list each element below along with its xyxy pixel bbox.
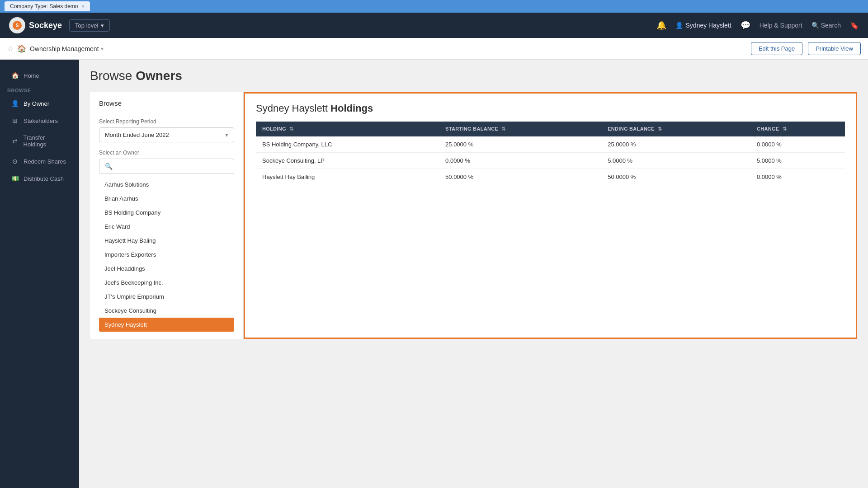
reporting-period-label: Select Reporting Period <box>99 118 234 125</box>
cell-starting-balance: 0.0000 % <box>439 153 601 169</box>
user-icon: 👤 <box>675 22 683 29</box>
breadcrumb-chevron-icon: ▾ <box>101 46 104 52</box>
chevron-down-icon: ▾ <box>101 22 104 29</box>
col-holding[interactable]: HOLDING ⇅ <box>256 122 439 136</box>
cell-starting-balance: 50.0000 % <box>439 169 601 185</box>
favorite-icon[interactable]: ☆ <box>7 44 14 53</box>
search-button[interactable]: 🔍 Search <box>811 22 841 29</box>
sidebar-item-label: Redeem Shares <box>24 158 66 165</box>
holdings-title-bold: Holdings <box>330 103 373 114</box>
sidebar-item-by-owner[interactable]: 👤 By Owner <box>4 95 75 112</box>
content-grid: Browse Select Reporting Period Month End… <box>90 92 857 339</box>
sidebar-item-label: Stakeholders <box>24 117 58 124</box>
tab-close-icon[interactable]: × <box>82 4 85 9</box>
home-icon: 🏠 <box>11 72 19 79</box>
nav-right-actions: Edit this Page Printable View <box>751 42 861 55</box>
col-starting-balance[interactable]: STARTING BALANCE ⇅ <box>439 122 601 136</box>
list-item[interactable]: Aarhus Solutions <box>99 178 234 192</box>
notification-icon[interactable]: 🔔 <box>656 20 666 30</box>
sort-icon: ⇅ <box>658 126 662 131</box>
breadcrumb-label[interactable]: Ownership Management <box>30 45 99 52</box>
list-item[interactable]: Joel's Beekeeping Inc. <box>99 276 234 290</box>
browse-section-label: Browse <box>90 92 243 111</box>
svg-text:S: S <box>16 23 19 28</box>
holdings-title: Sydney Hayslett Holdings <box>256 103 845 114</box>
table-row[interactable]: BS Holding Company, LLC25.0000 %25.0000 … <box>256 136 845 153</box>
user-name: Sydney Hayslett <box>686 22 731 29</box>
left-panel: Browse Select Reporting Period Month End… <box>90 92 244 339</box>
search-icon: 🔍 <box>811 22 819 29</box>
sort-icon: ⇅ <box>501 126 505 131</box>
printable-view-button[interactable]: Printable View <box>808 42 861 55</box>
sidebar-item-transfer-holdings[interactable]: ⇄ Transfer Holdings <box>4 130 75 152</box>
list-item[interactable]: BS Holding Company <box>99 206 234 220</box>
holdings-table: HOLDING ⇅ STARTING BALANCE ⇅ ENDING BALA… <box>256 122 845 185</box>
table-row[interactable]: Sockeye Consulting, LP0.0000 %5.0000 %5.… <box>256 153 845 169</box>
page-title-bold: Owners <box>136 69 182 83</box>
list-item[interactable]: Eric Ward <box>99 220 234 234</box>
list-item-selected[interactable]: Sydney Hayslett <box>99 318 234 332</box>
owner-list: Aarhus Solutions Brian Aarhus BS Holding… <box>99 178 234 332</box>
logo-icon: S <box>9 17 25 33</box>
top-level-button[interactable]: Top level ▾ <box>69 19 110 32</box>
user-area[interactable]: 👤 Sydney Hayslett <box>675 22 731 29</box>
reporting-period-select[interactable]: Month Ended June 2022 ▾ <box>99 127 234 142</box>
list-item[interactable]: Sockeye Consulting <box>99 304 234 318</box>
cell-starting-balance: 25.0000 % <box>439 136 601 153</box>
home-nav-icon[interactable]: 🏠 <box>17 44 26 53</box>
sidebar-item-label: Distribute Cash <box>24 175 64 182</box>
by-owner-icon: 👤 <box>11 100 19 107</box>
cell-change: 5.0000 % <box>750 153 845 169</box>
col-change[interactable]: CHANGE ⇅ <box>750 122 845 136</box>
sidebar-item-label: Transfer Holdings <box>24 134 68 148</box>
owner-search-box[interactable]: 🔍 <box>99 159 234 174</box>
tab-label: Company Type: Sales demo <box>10 3 78 9</box>
table-row[interactable]: Hayslett Hay Bailing50.0000 %50.0000 %0.… <box>256 169 845 185</box>
sidebar-item-home[interactable]: 🏠 Home <box>4 67 75 84</box>
holdings-title-light: Sydney Hayslett <box>256 103 330 114</box>
list-item[interactable]: Hayslett Hay Baling <box>99 234 234 248</box>
sidebar-browse-label: Browse <box>0 84 79 95</box>
sidebar-item-redeem-shares[interactable]: ⊙ Redeem Shares <box>4 153 75 169</box>
stakeholders-icon: ⊞ <box>11 117 19 124</box>
list-item[interactable]: Brian Aarhus <box>99 192 234 206</box>
sidebar-item-distribute-cash[interactable]: 💵 Distribute Cash <box>4 170 75 187</box>
edit-page-button[interactable]: Edit this Page <box>751 42 802 55</box>
breadcrumb: Ownership Management ▾ <box>30 45 104 52</box>
secondary-nav: ☆ 🏠 Ownership Management ▾ Edit this Pag… <box>0 38 868 60</box>
search-label: Search <box>821 22 841 29</box>
sidebar-item-stakeholders[interactable]: ⊞ Stakeholders <box>4 113 75 129</box>
sort-icon: ⇅ <box>783 126 787 131</box>
cell-ending-balance: 50.0000 % <box>601 169 750 185</box>
select-chevron-icon: ▾ <box>225 131 228 138</box>
list-item[interactable]: JT's Umpire Emporium <box>99 290 234 304</box>
list-item[interactable]: Joel Headdings <box>99 262 234 276</box>
logo-area: S Sockeye <box>9 17 62 33</box>
sort-icon: ⇅ <box>289 126 293 131</box>
list-item[interactable]: Importers Exporters <box>99 248 234 262</box>
owner-search-icon: 🔍 <box>105 163 113 170</box>
cell-ending-balance: 5.0000 % <box>601 153 750 169</box>
main-layout: 🏠 Home Browse 👤 By Owner ⊞ Stakeholders … <box>0 60 868 488</box>
reporting-period-section: Select Reporting Period Month Ended June… <box>90 111 243 150</box>
chat-icon[interactable]: 💬 <box>741 20 750 30</box>
transfer-icon: ⇄ <box>11 137 19 145</box>
col-ending-balance[interactable]: ENDING BALANCE ⇅ <box>601 122 750 136</box>
owner-select-label: Select an Owner <box>99 150 234 156</box>
reporting-period-value: Month Ended June 2022 <box>105 131 169 138</box>
browser-tab-bar: Company Type: Sales demo × <box>0 0 868 13</box>
help-support-link[interactable]: Help & Support <box>760 22 802 29</box>
redeem-icon: ⊙ <box>11 158 19 165</box>
cell-change: 0.0000 % <box>750 136 845 153</box>
sidebar: 🏠 Home Browse 👤 By Owner ⊞ Stakeholders … <box>0 60 79 488</box>
page-title-light: Browse <box>90 69 136 83</box>
page-title: Browse Owners <box>90 69 857 83</box>
bookmark-icon[interactable]: 🔖 <box>850 21 859 30</box>
owner-select-section: Select an Owner 🔍 Aarhus Solutions Brian… <box>90 150 243 339</box>
cell-ending-balance: 25.0000 % <box>601 136 750 153</box>
app-topbar: S Sockeye Top level ▾ 🔔 👤 Sydney Hayslet… <box>0 13 868 38</box>
browser-tab[interactable]: Company Type: Sales demo × <box>5 1 90 11</box>
distribute-icon: 💵 <box>11 175 19 182</box>
holdings-panel: Sydney Hayslett Holdings HOLDING ⇅ START… <box>244 92 857 339</box>
sidebar-item-label: By Owner <box>24 100 49 107</box>
